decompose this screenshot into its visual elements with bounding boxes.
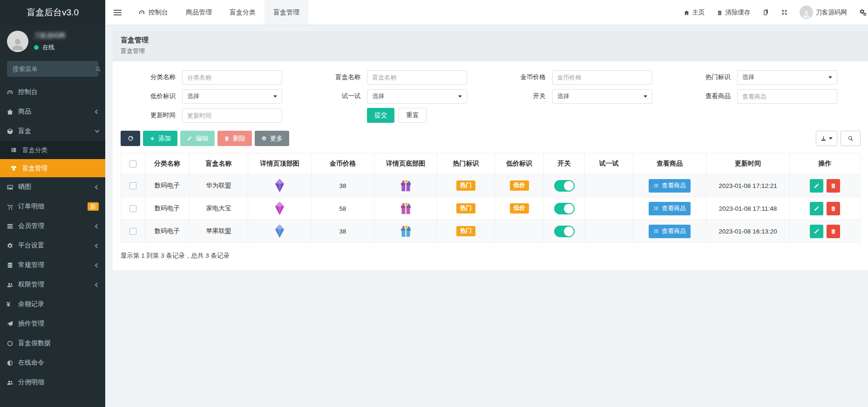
file-copy-button[interactable] (762, 9, 769, 16)
cheap-badge: 低价 (510, 180, 529, 191)
add-button[interactable]: 添加 (143, 131, 177, 146)
gauge-icon (138, 9, 145, 16)
switch-select[interactable]: 选择 (552, 89, 652, 104)
plus-icon (149, 136, 155, 141)
col-update-time: 更新时间 (706, 153, 790, 174)
switch-toggle[interactable] (554, 203, 575, 214)
view-goods-button[interactable]: 查看商品 (649, 202, 691, 215)
submit-button[interactable]: 提交 (367, 108, 394, 123)
row-edit-button[interactable] (810, 202, 823, 215)
sidebar-item-dashboard[interactable]: 控制台 (0, 82, 105, 102)
more-button-label: 更多 (270, 134, 283, 143)
user-menu[interactable]: 刀客源码网 (800, 6, 848, 19)
switch-toggle[interactable] (554, 226, 575, 237)
cogs-icon (859, 8, 867, 16)
sidebar-item-photos[interactable]: 晒图 (0, 177, 105, 197)
sidebar-item-commission[interactable]: 分佣明细 (0, 373, 105, 392)
box-name-filter-label: 盲盒名称 (305, 73, 367, 81)
sidebar-item-blindbox-category[interactable]: 盲盒分类 (0, 141, 105, 159)
category-filter-input[interactable] (182, 70, 282, 85)
col-bottom-image: 详情页底部图 (374, 153, 437, 174)
new-badge: 新 (88, 202, 99, 211)
sidebar-item-members[interactable]: 会员管理 (0, 216, 105, 236)
tab-label: 盲盒管理 (273, 8, 299, 17)
sidebar-item-label: 控制台 (18, 88, 38, 96)
more-button[interactable]: 更多 (255, 131, 289, 146)
filter-form: 分类名称 盲盒名称 金币价格 热门标识 选择 (121, 70, 861, 123)
update-time-filter-input[interactable] (182, 108, 282, 123)
tab-dashboard[interactable]: 控制台 (129, 0, 177, 25)
cell-box-name: 家电大宝 (190, 197, 248, 220)
clear-cache-button[interactable]: 清除缓存 (717, 8, 751, 17)
clear-cache-label: 清除缓存 (726, 8, 751, 17)
row-delete-button[interactable] (827, 225, 840, 238)
row-checkbox[interactable] (129, 182, 136, 189)
hot-flag-select[interactable]: 选择 (737, 70, 837, 85)
view-goods-filter-input[interactable] (737, 89, 837, 104)
row-delete-button[interactable] (827, 179, 840, 193)
reset-button[interactable]: 重置 (398, 108, 427, 123)
row-edit-button[interactable] (810, 225, 823, 238)
sidebar-item-blindbox-manage[interactable]: 盲盒管理 (0, 159, 105, 177)
cube-icon (7, 128, 18, 135)
bottom-image-thumbnail[interactable] (399, 179, 413, 193)
sidebar-item-balance[interactable]: ¥ 余额记录 (0, 294, 105, 314)
sidebar-item-permissions[interactable]: 权限管理 (0, 275, 105, 294)
view-goods-button[interactable]: 查看商品 (649, 179, 691, 193)
sidebar-search[interactable] (7, 61, 98, 77)
sidebar-item-label: 权限管理 (18, 280, 44, 289)
chevron-left-icon (95, 263, 100, 267)
add-button-label: 添加 (158, 134, 171, 143)
refresh-button[interactable] (121, 131, 140, 146)
home-link[interactable]: 主页 (684, 8, 705, 17)
sidebar-item-label: 常规管理 (18, 261, 44, 269)
top-image-thumbnail[interactable] (273, 200, 286, 216)
search-toggle-button[interactable] (841, 131, 861, 146)
sidebar-item-fake-data[interactable]: 盲盒假数据 (0, 334, 105, 353)
sidebar-search-input[interactable] (13, 66, 95, 73)
circle-icon (7, 340, 18, 347)
sidebar-item-blindbox[interactable]: 盲盒 (0, 121, 105, 141)
tab-goods-manage[interactable]: 商品管理 (177, 0, 221, 25)
sidebar-item-general[interactable]: 常规管理 (0, 255, 105, 275)
bottom-image-thumbnail[interactable] (399, 224, 413, 239)
top-image-thumbnail[interactable] (273, 223, 286, 239)
cell-try-it (585, 197, 633, 220)
row-checkbox[interactable] (129, 205, 136, 212)
table-row: 数码电子 苹果联盟 38 热门 查看商品 2023-01-08 16:13:20 (121, 220, 861, 243)
top-image-thumbnail[interactable] (273, 178, 286, 193)
cell-try-it (585, 220, 633, 243)
sidebar-item-label: 盲盒假数据 (18, 339, 51, 347)
delete-button[interactable]: 删除 (217, 131, 252, 146)
row-delete-button[interactable] (827, 202, 840, 215)
sidebar-item-platform-settings[interactable]: 平台设置 (0, 236, 105, 255)
trash-icon (830, 228, 836, 234)
export-button[interactable] (816, 131, 837, 146)
coin-price-filter-input[interactable] (552, 70, 652, 85)
sidebar-item-plugins[interactable]: 插件管理 (0, 314, 105, 334)
cheap-flag-select[interactable]: 选择 (182, 89, 282, 104)
category-filter-label: 分类名称 (121, 73, 182, 81)
select-value: 选择 (557, 92, 644, 100)
table-toolbar: 添加 编辑 删除 更多 (121, 131, 861, 146)
settings-menu-button[interactable] (859, 8, 867, 16)
hot-badge: 热门 (456, 203, 475, 214)
avatar (7, 31, 28, 52)
sidebar-toggle-button[interactable] (105, 0, 129, 25)
tab-blindbox-category[interactable]: 盲盒分类 (221, 0, 264, 25)
row-checkbox[interactable] (129, 228, 136, 235)
row-edit-button[interactable] (810, 179, 823, 193)
sidebar-item-goods[interactable]: 商品 (0, 102, 105, 121)
switch-toggle[interactable] (554, 180, 575, 192)
sidebar-item-online-command[interactable]: 在线命令 (0, 353, 105, 373)
bottom-image-thumbnail[interactable] (399, 201, 413, 216)
edit-button[interactable]: 编辑 (180, 131, 215, 146)
cell-category: 数码电子 (145, 174, 190, 197)
view-goods-button[interactable]: 查看商品 (649, 225, 691, 238)
fullscreen-button[interactable] (781, 9, 788, 16)
tab-blindbox-manage[interactable]: 盲盒管理 (264, 0, 308, 25)
try-it-select[interactable]: 选择 (367, 89, 467, 104)
select-all-checkbox[interactable] (129, 160, 136, 167)
sidebar-item-orders[interactable]: 订单明细 新 (0, 197, 105, 216)
box-name-filter-input[interactable] (367, 70, 467, 85)
